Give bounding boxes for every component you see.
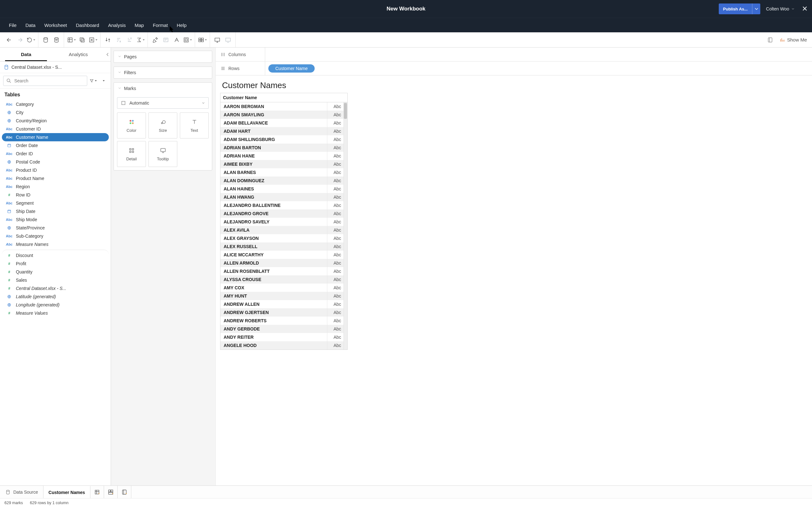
marks-collapse-icon[interactable] [118, 86, 121, 91]
field-row[interactable]: AbcOrder ID [2, 150, 109, 158]
tab-data[interactable]: Data [0, 48, 52, 61]
columns-shelf[interactable]: Columns [216, 48, 812, 61]
field-row[interactable]: AbcRegion [2, 182, 109, 191]
table-row[interactable]: ALEX GRAYSONAbc [220, 234, 347, 242]
field-row[interactable]: AbcShip Mode [2, 216, 109, 224]
swap-rows-columns-button[interactable] [102, 35, 113, 45]
table-row[interactable]: ALAN HWANGAbc [220, 193, 347, 201]
show-labels-button[interactable] [160, 35, 171, 45]
field-row[interactable]: #Quantity [2, 268, 109, 276]
table-row[interactable]: ANDY GERBODEAbc [220, 325, 347, 333]
field-row[interactable]: City [2, 108, 109, 117]
field-row[interactable]: #Discount [2, 250, 109, 260]
show-me-button[interactable]: Show Me [779, 37, 807, 43]
table-row[interactable]: ADRIAN BARTONAbc [220, 144, 347, 152]
show-cards-button[interactable] [197, 35, 208, 45]
table-row[interactable]: ADAM HARTAbc [220, 127, 347, 135]
field-row[interactable]: AbcSegment [2, 199, 109, 207]
clear-sheet-button[interactable] [88, 35, 98, 45]
field-row[interactable]: AbcCategory [2, 100, 109, 108]
filter-fields-button[interactable] [89, 76, 97, 85]
mark-size-button[interactable]: Size [148, 112, 177, 138]
fit-button[interactable] [182, 35, 193, 45]
table-row[interactable]: AMY HUNTAbc [220, 292, 347, 300]
close-icon[interactable]: ✕ [801, 5, 809, 13]
table-row[interactable]: ALEJANDRO SAVELYAbc [220, 218, 347, 226]
field-row[interactable]: Postal Code [2, 158, 109, 166]
view-options-button[interactable] [99, 76, 107, 85]
field-row[interactable]: #Row ID [2, 191, 109, 199]
rows-shelf[interactable]: Rows Customer Name [216, 61, 812, 75]
menu-help[interactable]: Help [172, 19, 191, 31]
menu-data[interactable]: Data [21, 19, 40, 31]
field-row[interactable]: AbcSub-Category [2, 232, 109, 240]
tab-analytics[interactable]: Analytics [52, 48, 105, 61]
tab-datasource[interactable]: Data Source [0, 486, 44, 498]
table-row[interactable]: ALEJANDRO BALLENTINEAbc [220, 201, 347, 210]
data-guide-icon[interactable] [767, 37, 774, 43]
field-row[interactable]: Latitude (generated) [2, 292, 109, 301]
highlight-button[interactable] [150, 35, 160, 45]
datasource-row[interactable]: Central Dataset.xlsx - S... [0, 61, 111, 73]
sort-asc-button[interactable] [113, 35, 124, 45]
mark-type-select[interactable]: Automatic [117, 97, 209, 109]
table-row[interactable]: ALICE MCCARTHYAbc [220, 250, 347, 259]
table-row[interactable]: ANDREW GJERTSENAbc [220, 308, 347, 317]
table-row[interactable]: ADAM BELLAVANCEAbc [220, 119, 347, 127]
table-row[interactable]: AARON BERGMANAbc [220, 102, 347, 111]
device-preview-button[interactable] [223, 35, 234, 45]
sort-desc-button[interactable] [124, 35, 135, 45]
field-row[interactable]: State/Province [2, 224, 109, 232]
table-row[interactable]: ANGELE HOODAbc [220, 341, 347, 349]
rows-pill-customer-name[interactable]: Customer Name [268, 64, 315, 72]
field-row[interactable]: AbcCustomer Name [2, 133, 109, 141]
mark-color-button[interactable]: Color [117, 112, 146, 138]
table-row[interactable]: ANDREW ROBERTSAbc [220, 317, 347, 325]
tab-sheet-active[interactable]: Customer Names [44, 486, 90, 498]
search-input[interactable] [14, 78, 84, 83]
field-row[interactable]: #Sales [2, 276, 109, 284]
field-row[interactable]: AbcCustomer ID [2, 125, 109, 133]
pages-collapse-icon[interactable] [118, 54, 121, 59]
search-field[interactable] [3, 76, 87, 86]
table-row[interactable]: ALLEN ROSENBLATTAbc [220, 267, 347, 275]
table-row[interactable]: ALEJANDRO GROVEAbc [220, 210, 347, 218]
totals-button[interactable] [135, 35, 146, 45]
field-row[interactable]: #Profit [2, 260, 109, 268]
grid-scrollbar[interactable] [344, 102, 347, 349]
mark-detail-button[interactable]: Detail [117, 141, 146, 167]
field-row[interactable]: Country/Region [2, 117, 109, 125]
sheet-title[interactable]: Customer Names [216, 75, 812, 93]
table-row[interactable]: ALAN HAINESAbc [220, 185, 347, 193]
undo-button[interactable] [4, 35, 14, 45]
collapse-pane-icon[interactable] [104, 48, 111, 61]
format-button[interactable] [171, 35, 182, 45]
grid-column-header[interactable]: Customer Name [220, 93, 347, 102]
menu-analysis[interactable]: Analysis [104, 19, 131, 31]
table-row[interactable]: AIMEE BIXBYAbc [220, 160, 347, 168]
table-row[interactable]: ALYSSA CROUSEAbc [220, 275, 347, 284]
grid-scrollbar-thumb[interactable] [344, 103, 347, 119]
table-row[interactable]: ANDREW ALLENAbc [220, 300, 347, 308]
new-worksheet-tab-button[interactable] [90, 486, 104, 498]
pause-autoupdate-button[interactable] [51, 35, 62, 45]
publish-as-button[interactable]: Publish As... [719, 3, 761, 14]
publish-as-caret-icon[interactable] [752, 3, 760, 14]
menu-worksheet[interactable]: Worksheet [40, 19, 71, 31]
field-row[interactable]: Longitude (generated) [2, 301, 109, 309]
new-story-tab-button[interactable] [118, 486, 131, 498]
table-row[interactable]: AARON SMAYLINGAbc [220, 111, 347, 119]
mark-text-button[interactable]: Text [180, 112, 209, 138]
table-row[interactable]: ALLEN ARMOLDAbc [220, 259, 347, 267]
table-row[interactable]: ALEX AVILAAbc [220, 226, 347, 234]
new-worksheet-button[interactable] [66, 35, 77, 45]
table-row[interactable]: ALAN DOMINGUEZAbc [220, 176, 347, 185]
field-row[interactable]: Order Date [2, 141, 109, 150]
table-row[interactable]: ALAN BARNESAbc [220, 168, 347, 176]
redo-button[interactable] [14, 35, 26, 45]
menu-file[interactable]: File [4, 19, 21, 31]
duplicate-sheet-button[interactable] [77, 35, 88, 45]
filters-collapse-icon[interactable] [118, 70, 121, 75]
table-row[interactable]: ANDY REITERAbc [220, 333, 347, 341]
field-row[interactable]: Ship Date [2, 207, 109, 216]
